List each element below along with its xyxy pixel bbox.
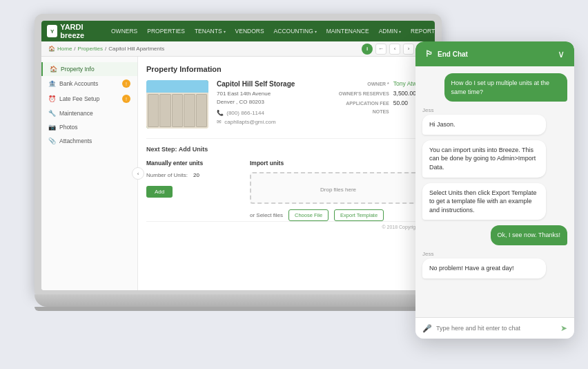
property-image	[146, 80, 208, 129]
nav-items: OWNERS PROPERTIES TENANTS▾ VENDORS ACCOU…	[109, 26, 435, 36]
reserves-row: OWNER'S RESERVES 3,500.00	[334, 90, 427, 97]
reserves-label: OWNER'S RESERVES	[334, 91, 389, 96]
nav-vendors[interactable]: VENDORS	[233, 26, 266, 36]
chat-msg-6-text: No problem! Have a great day!	[429, 265, 514, 272]
section-header: Property Information ✏️	[146, 65, 427, 73]
import-units: Import units Drop files here or Select f…	[250, 160, 427, 221]
garage-door-3	[172, 94, 183, 128]
or-select-label: or Select files	[250, 212, 283, 218]
sidebar-label-maintenance: Maintenance	[59, 110, 93, 117]
property-contact: 📞 (800) 866-1144 ✉ caphllapts@gmi.com	[217, 109, 326, 127]
chat-msg-2-sender: Jess	[422, 107, 567, 113]
home-icon: 🏠	[48, 46, 55, 52]
manual-units: Manually enter units Number of Units: 20…	[146, 160, 236, 221]
manual-subtitle: Manually enter units	[146, 160, 236, 167]
chat-flag-icon: 🏳	[425, 49, 433, 59]
chat-msg-1-text: How do I set up multiple units at the sa…	[451, 79, 550, 95]
next-step-grid: Manually enter units Number of Units: 20…	[146, 160, 427, 221]
sidebar-item-attachments[interactable]: 📎 Attachments	[41, 134, 137, 148]
section-title: Property Information	[146, 65, 222, 73]
bank-accounts-icon: 🏦	[48, 80, 55, 87]
chat-panel: 🏳 End Chat ∨ How do I set up multiple un…	[415, 41, 574, 339]
breadcrumb-properties[interactable]: Properties	[78, 46, 103, 52]
sidebar-item-property-info[interactable]: 🏠 Property Info	[41, 62, 137, 76]
import-subtitle: Import units	[250, 160, 427, 167]
laptop-base	[35, 294, 449, 307]
next-step-section: Next Step: Add Units Manually enter unit…	[146, 138, 427, 221]
nav-maintenance[interactable]: MAINTENANCE	[324, 26, 371, 36]
late-fee-icon: ⏰	[48, 95, 55, 102]
prev-button[interactable]: ‹	[389, 44, 400, 55]
garage-doors	[146, 93, 208, 129]
chat-msg-3-text: You can import units into Breeze. This c…	[429, 146, 536, 171]
num-units-row: Number of Units: 20	[146, 172, 236, 178]
drop-zone[interactable]: Drop files here	[250, 172, 427, 204]
building	[146, 93, 208, 129]
chat-message-1: How do I set up multiple units at the sa…	[444, 73, 568, 102]
num-units-value: 20	[193, 172, 199, 178]
chat-msg-4-text: Select Units then click Export Template …	[429, 189, 536, 214]
sidebar-label-late-fee: Late Fee Setup	[59, 95, 99, 102]
top-nav: Y YARDI breeze OWNERS PROPERTIES TENANTS…	[41, 21, 435, 41]
property-meta: OWNER * Tony Atwood OWNER'S RESERVES 3,5…	[334, 80, 427, 129]
select-files-row: or Select files Choose File Export Templ…	[250, 209, 427, 221]
property-address: 701 East 14th Avenue Denver , CO 80203	[217, 90, 326, 106]
nav-tenants[interactable]: TENANTS▾	[193, 26, 228, 36]
chat-input-area: 🎤 ➤	[415, 317, 574, 339]
owner-label: OWNER *	[334, 82, 389, 86]
chat-header: 🏳 End Chat ∨	[415, 41, 574, 66]
app-title: YARDI breeze	[60, 23, 102, 39]
scene: Y YARDI breeze OWNERS PROPERTIES TENANTS…	[0, 0, 588, 369]
garage-door-1	[148, 94, 159, 128]
property-name: Capitol Hill Self Storage	[217, 80, 326, 88]
bank-accounts-warning: !	[122, 79, 130, 88]
photos-icon: 📷	[48, 124, 55, 131]
sidebar-item-maintenance[interactable]: 🔧 Maintenance	[41, 106, 137, 120]
choose-file-button[interactable]: Choose File	[288, 209, 329, 221]
send-icon[interactable]: ➤	[560, 323, 567, 333]
late-fee-warning: !	[122, 95, 130, 103]
reserves-value: 3,500.00	[393, 90, 416, 97]
export-template-button[interactable]: Export Template	[334, 209, 384, 221]
nav-accounting[interactable]: ACCOUNTING▾	[272, 26, 319, 36]
sidebar-toggle[interactable]: ‹	[132, 167, 144, 180]
sidebar-label-attachments: Attachments	[59, 138, 92, 144]
garage-door-2	[159, 94, 170, 128]
chat-chevron-icon[interactable]: ∨	[558, 48, 565, 59]
chat-message-6: No problem! Have a great day!	[422, 258, 546, 278]
yardi-logo-icon: Y	[47, 25, 57, 37]
chat-message-5: Ok, I see now. Thanks!	[491, 225, 567, 245]
nav-properties[interactable]: PROPERTIES	[145, 26, 187, 36]
logo-area: Y YARDI breeze	[47, 23, 102, 39]
breadcrumb-home[interactable]: Home	[57, 46, 72, 52]
nav-admin[interactable]: ADMIN▾	[377, 26, 403, 36]
chat-header-left: 🏳 End Chat	[425, 49, 468, 59]
chat-message-2-group: Jess Hi Jason.	[422, 107, 567, 135]
maintenance-icon: 🔧	[48, 110, 55, 117]
notes-row: NOTES	[334, 109, 427, 114]
sidebar-item-photos[interactable]: 📷 Photos	[41, 120, 137, 134]
owner-row: OWNER * Tony Atwood	[334, 80, 427, 87]
property-details: Capitol Hill Self Storage 701 East 14th …	[217, 80, 326, 129]
laptop-screen-border: Y YARDI breeze OWNERS PROPERTIES TENANTS…	[35, 14, 442, 294]
add-units-button[interactable]: Add	[146, 186, 173, 198]
mic-icon: 🎤	[422, 324, 432, 333]
sidebar-label-property-info: Property Info	[61, 66, 95, 73]
laptop: Y YARDI breeze OWNERS PROPERTIES TENANTS…	[35, 14, 449, 332]
chat-msg-2-text: Hi Jason.	[429, 121, 455, 128]
back-button[interactable]: ←	[375, 44, 386, 55]
nav-reporting[interactable]: REPORTING▾	[409, 26, 435, 36]
info-button[interactable]: i	[362, 44, 373, 55]
property-card: Capitol Hill Self Storage 701 East 14th …	[146, 80, 427, 129]
sidebar-item-bank-accounts[interactable]: 🏦 Bank Accounts !	[41, 76, 137, 91]
breadcrumb-current: Capitol Hill Apartments	[108, 46, 164, 52]
num-units-label: Number of Units:	[146, 172, 188, 178]
sidebar-item-late-fee[interactable]: ⏰ Late Fee Setup !	[41, 91, 137, 106]
next-button[interactable]: ›	[403, 44, 414, 55]
chat-message-4: Select Units then click Export Template …	[422, 183, 546, 220]
sidebar-label-bank-accounts: Bank Accounts	[59, 80, 98, 87]
nav-owners[interactable]: OWNERS	[109, 26, 139, 36]
property-info-icon: 🏠	[50, 66, 57, 73]
sidebar: 🏠 Property Info 🏦 Bank Accounts ! ⏰ Late…	[41, 57, 138, 290]
chat-input[interactable]	[436, 325, 556, 332]
